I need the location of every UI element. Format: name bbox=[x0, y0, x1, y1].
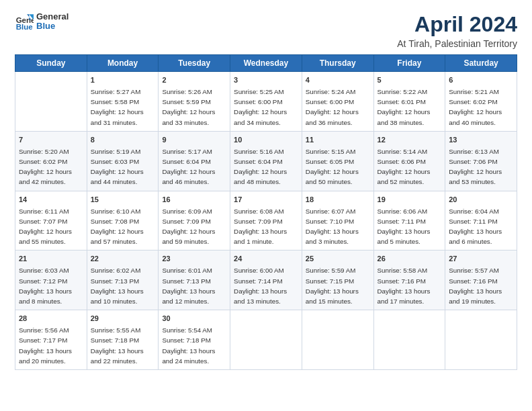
calendar-cell bbox=[230, 310, 302, 370]
calendar-cell bbox=[302, 310, 373, 370]
day-number: 26 bbox=[378, 254, 442, 265]
day-number: 10 bbox=[234, 135, 298, 146]
calendar-cell: 18Sunrise: 6:07 AM Sunset: 7:10 PM Dayli… bbox=[302, 191, 373, 250]
day-number: 21 bbox=[19, 254, 83, 265]
day-number: 27 bbox=[449, 254, 513, 265]
calendar-cell: 29Sunrise: 5:55 AM Sunset: 7:18 PM Dayli… bbox=[87, 310, 159, 370]
calendar-cell: 9Sunrise: 5:17 AM Sunset: 6:04 PM Daylig… bbox=[159, 131, 230, 191]
day-info: Sunrise: 5:57 AM Sunset: 7:16 PM Dayligh… bbox=[449, 267, 502, 305]
calendar-header-row: SundayMondayTuesdayWednesdayThursdayFrid… bbox=[15, 55, 517, 72]
calendar-week-row: 14Sunrise: 6:11 AM Sunset: 7:07 PM Dayli… bbox=[15, 191, 517, 250]
day-number: 14 bbox=[19, 195, 83, 205]
day-info: Sunrise: 5:26 AM Sunset: 5:59 PM Dayligh… bbox=[162, 88, 215, 126]
day-number: 22 bbox=[91, 254, 155, 265]
day-info: Sunrise: 5:19 AM Sunset: 6:03 PM Dayligh… bbox=[91, 148, 144, 186]
logo-icon: General Blue bbox=[15, 12, 34, 31]
day-number: 28 bbox=[19, 314, 83, 324]
calendar-cell: 21Sunrise: 6:03 AM Sunset: 7:12 PM Dayli… bbox=[15, 250, 87, 310]
day-info: Sunrise: 6:06 AM Sunset: 7:11 PM Dayligh… bbox=[378, 208, 431, 246]
day-info: Sunrise: 6:10 AM Sunset: 7:08 PM Dayligh… bbox=[91, 208, 144, 246]
day-number: 9 bbox=[162, 135, 226, 146]
calendar-cell: 13Sunrise: 6:13 AM Sunset: 7:06 PM Dayli… bbox=[445, 131, 517, 191]
day-number: 8 bbox=[91, 135, 155, 146]
page: General Blue General Blue April 2024 At … bbox=[0, 0, 532, 411]
day-info: Sunrise: 6:02 AM Sunset: 7:13 PM Dayligh… bbox=[91, 267, 144, 305]
calendar-cell: 12Sunrise: 5:14 AM Sunset: 6:06 PM Dayli… bbox=[373, 131, 445, 191]
day-info: Sunrise: 5:54 AM Sunset: 7:18 PM Dayligh… bbox=[162, 326, 215, 365]
day-info: Sunrise: 5:17 AM Sunset: 6:04 PM Dayligh… bbox=[162, 148, 215, 186]
calendar-cell: 24Sunrise: 6:00 AM Sunset: 7:14 PM Dayli… bbox=[230, 250, 302, 310]
calendar-cell: 26Sunrise: 5:58 AM Sunset: 7:16 PM Dayli… bbox=[373, 250, 445, 310]
calendar-cell: 2Sunrise: 5:26 AM Sunset: 5:59 PM Daylig… bbox=[159, 72, 230, 132]
day-info: Sunrise: 5:58 AM Sunset: 7:16 PM Dayligh… bbox=[378, 267, 431, 305]
calendar-cell bbox=[373, 310, 445, 370]
day-number: 3 bbox=[234, 75, 298, 86]
day-number: 20 bbox=[449, 195, 513, 205]
calendar-cell: 30Sunrise: 5:54 AM Sunset: 7:18 PM Dayli… bbox=[159, 310, 230, 370]
calendar-cell: 19Sunrise: 6:06 AM Sunset: 7:11 PM Dayli… bbox=[373, 191, 445, 250]
calendar-cell: 20Sunrise: 6:04 AM Sunset: 7:11 PM Dayli… bbox=[445, 191, 517, 250]
day-info: Sunrise: 5:16 AM Sunset: 6:04 PM Dayligh… bbox=[234, 148, 287, 186]
day-number: 13 bbox=[449, 135, 513, 146]
calendar-cell: 1Sunrise: 5:27 AM Sunset: 5:58 PM Daylig… bbox=[87, 72, 159, 132]
day-number: 16 bbox=[162, 195, 226, 205]
day-info: Sunrise: 6:11 AM Sunset: 7:07 PM Dayligh… bbox=[19, 208, 72, 246]
day-number: 1 bbox=[91, 75, 155, 86]
day-number: 7 bbox=[19, 135, 83, 146]
logo: General Blue General Blue bbox=[15, 12, 69, 32]
calendar-cell: 17Sunrise: 6:08 AM Sunset: 7:09 PM Dayli… bbox=[230, 191, 302, 250]
day-info: Sunrise: 6:13 AM Sunset: 7:06 PM Dayligh… bbox=[449, 148, 502, 186]
title-block: April 2024 At Tirah, Palestinian Territo… bbox=[397, 12, 517, 49]
day-info: Sunrise: 5:59 AM Sunset: 7:15 PM Dayligh… bbox=[306, 267, 359, 305]
day-info: Sunrise: 5:24 AM Sunset: 6:00 PM Dayligh… bbox=[306, 88, 359, 126]
subtitle: At Tirah, Palestinian Territory bbox=[397, 38, 517, 49]
calendar-cell: 27Sunrise: 5:57 AM Sunset: 7:16 PM Dayli… bbox=[445, 250, 517, 310]
calendar-cell: 14Sunrise: 6:11 AM Sunset: 7:07 PM Dayli… bbox=[15, 191, 87, 250]
calendar-cell: 22Sunrise: 6:02 AM Sunset: 7:13 PM Dayli… bbox=[87, 250, 159, 310]
calendar-cell: 25Sunrise: 5:59 AM Sunset: 7:15 PM Dayli… bbox=[302, 250, 373, 310]
logo-general: General bbox=[36, 12, 69, 21]
calendar-week-row: 7Sunrise: 5:20 AM Sunset: 6:02 PM Daylig… bbox=[15, 131, 517, 191]
calendar-cell: 4Sunrise: 5:24 AM Sunset: 6:00 PM Daylig… bbox=[302, 72, 373, 132]
calendar-week-row: 1Sunrise: 5:27 AM Sunset: 5:58 PM Daylig… bbox=[15, 72, 517, 132]
day-number: 11 bbox=[306, 135, 370, 146]
day-info: Sunrise: 5:14 AM Sunset: 6:06 PM Dayligh… bbox=[378, 148, 431, 186]
svg-text:Blue: Blue bbox=[16, 24, 34, 32]
day-info: Sunrise: 6:09 AM Sunset: 7:09 PM Dayligh… bbox=[162, 208, 215, 246]
calendar-week-row: 28Sunrise: 5:56 AM Sunset: 7:17 PM Dayli… bbox=[15, 310, 517, 370]
calendar-header-friday: Friday bbox=[373, 55, 445, 72]
calendar-cell: 6Sunrise: 5:21 AM Sunset: 6:02 PM Daylig… bbox=[445, 72, 517, 132]
day-info: Sunrise: 5:27 AM Sunset: 5:58 PM Dayligh… bbox=[91, 88, 144, 126]
calendar-header-wednesday: Wednesday bbox=[230, 55, 302, 72]
day-number: 15 bbox=[91, 195, 155, 205]
day-info: Sunrise: 6:08 AM Sunset: 7:09 PM Dayligh… bbox=[234, 208, 287, 246]
day-number: 30 bbox=[162, 314, 226, 324]
logo-blue: Blue bbox=[36, 21, 69, 31]
day-number: 5 bbox=[378, 75, 442, 86]
calendar-cell bbox=[445, 310, 517, 370]
calendar-cell: 3Sunrise: 5:25 AM Sunset: 6:00 PM Daylig… bbox=[230, 72, 302, 132]
day-number: 25 bbox=[306, 254, 370, 265]
day-info: Sunrise: 6:07 AM Sunset: 7:10 PM Dayligh… bbox=[306, 208, 359, 246]
calendar-cell: 15Sunrise: 6:10 AM Sunset: 7:08 PM Dayli… bbox=[87, 191, 159, 250]
day-number: 18 bbox=[306, 195, 370, 205]
day-number: 2 bbox=[162, 75, 226, 86]
calendar-cell bbox=[15, 72, 87, 132]
calendar-week-row: 21Sunrise: 6:03 AM Sunset: 7:12 PM Dayli… bbox=[15, 250, 517, 310]
calendar-cell: 23Sunrise: 6:01 AM Sunset: 7:13 PM Dayli… bbox=[159, 250, 230, 310]
calendar-table: SundayMondayTuesdayWednesdayThursdayFrid… bbox=[15, 54, 517, 370]
day-info: Sunrise: 5:20 AM Sunset: 6:02 PM Dayligh… bbox=[19, 148, 72, 186]
header: General Blue General Blue April 2024 At … bbox=[15, 12, 517, 49]
day-info: Sunrise: 5:15 AM Sunset: 6:05 PM Dayligh… bbox=[306, 148, 359, 186]
day-number: 17 bbox=[234, 195, 298, 205]
day-info: Sunrise: 5:56 AM Sunset: 7:17 PM Dayligh… bbox=[19, 326, 72, 365]
calendar-cell: 10Sunrise: 5:16 AM Sunset: 6:04 PM Dayli… bbox=[230, 131, 302, 191]
day-info: Sunrise: 5:21 AM Sunset: 6:02 PM Dayligh… bbox=[449, 88, 502, 126]
calendar-header-monday: Monday bbox=[87, 55, 159, 72]
day-info: Sunrise: 6:00 AM Sunset: 7:14 PM Dayligh… bbox=[234, 267, 287, 305]
day-info: Sunrise: 6:04 AM Sunset: 7:11 PM Dayligh… bbox=[449, 208, 502, 246]
day-info: Sunrise: 6:01 AM Sunset: 7:13 PM Dayligh… bbox=[162, 267, 215, 305]
day-info: Sunrise: 5:22 AM Sunset: 6:01 PM Dayligh… bbox=[378, 88, 431, 126]
day-info: Sunrise: 6:03 AM Sunset: 7:12 PM Dayligh… bbox=[19, 267, 72, 305]
day-number: 23 bbox=[162, 254, 226, 265]
